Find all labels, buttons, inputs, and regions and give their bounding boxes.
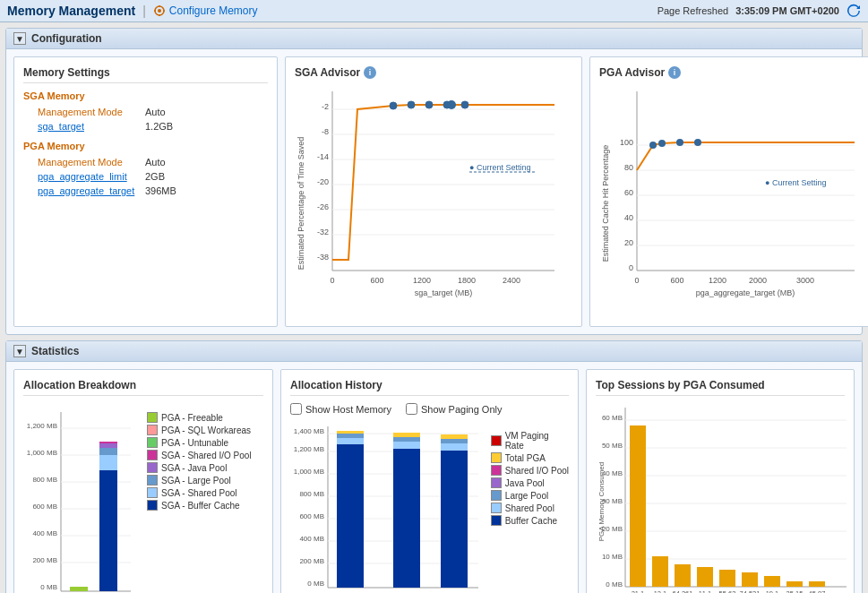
legend-sga-io: SGA - Shared I/O Pool xyxy=(147,450,252,460)
pga-freeable-label: PGA - Freeable xyxy=(161,413,223,423)
header-left: Memory Management | Configure Memory xyxy=(7,4,258,18)
configure-memory-link[interactable]: Configure Memory xyxy=(153,4,258,17)
hist-java-color xyxy=(491,477,502,488)
svg-text:-8: -8 xyxy=(322,127,329,136)
legend-pga-untunable: PGA - Untunable xyxy=(147,437,252,448)
pga-advisor-info-icon[interactable]: i xyxy=(668,66,681,79)
refresh-icon[interactable] xyxy=(847,4,861,18)
svg-text:0: 0 xyxy=(634,276,639,285)
svg-rect-133 xyxy=(630,425,646,587)
svg-text:-2: -2 xyxy=(322,102,329,111)
legend-sga-large: SGA - Large Pool xyxy=(147,475,252,486)
svg-rect-110 xyxy=(441,443,468,451)
svg-text:200 MB: 200 MB xyxy=(32,556,57,564)
legend-hist-sga-io: Shared I/O Pool xyxy=(491,465,569,476)
svg-rect-137 xyxy=(719,570,735,587)
svg-text:55,63: 55,63 xyxy=(719,589,736,593)
svg-text:50 MB: 50 MB xyxy=(602,442,623,450)
show-paging-only-label: Show Paging Only xyxy=(421,404,503,415)
svg-text:-38: -38 xyxy=(317,253,329,262)
pga-advisor-chart: Estimated Cache Hit Percentage 0 20 40 6… xyxy=(599,82,868,317)
svg-point-59 xyxy=(694,139,701,146)
vm-paging-label: VM Paging Rate xyxy=(505,431,569,451)
pga-sql-label: PGA - SQL Workareas xyxy=(161,425,251,435)
statistics-collapse[interactable]: ▼ xyxy=(13,345,26,357)
svg-rect-135 xyxy=(675,564,691,587)
svg-text:19,1: 19,1 xyxy=(766,589,779,593)
sga-management-mode-row: Management Mode Auto xyxy=(23,105,268,119)
svg-text:12,1: 12,1 xyxy=(654,589,667,593)
sga-advisor-chart: Estimated Percentage of Time Saved -2 -8… xyxy=(295,82,572,317)
show-host-memory-checkbox[interactable]: Show Host Memory xyxy=(290,403,391,415)
pga-aggregate-target-row: pga_aggregate_target 396MB xyxy=(23,184,268,198)
svg-text:-26: -26 xyxy=(317,202,329,211)
hist-sga-io-color xyxy=(491,465,502,476)
sga-large-label: SGA - Large Pool xyxy=(161,476,231,486)
refresh-label: Page Refreshed xyxy=(657,5,729,16)
svg-text:600: 600 xyxy=(670,276,683,285)
svg-text:600 MB: 600 MB xyxy=(299,512,324,520)
svg-rect-112 xyxy=(441,434,468,439)
svg-rect-105 xyxy=(393,449,420,588)
svg-text:800 MB: 800 MB xyxy=(299,490,324,498)
svg-text:10 MB: 10 MB xyxy=(602,553,623,561)
sga-shared-color xyxy=(147,487,158,498)
show-paging-only-checkbox[interactable]: Show Paging Only xyxy=(406,403,503,415)
hist-sga-io-label: Shared I/O Pool xyxy=(505,466,569,476)
svg-text:100: 100 xyxy=(620,138,633,147)
hist-shared-label: Shared Pool xyxy=(505,503,554,513)
allocation-history-title: Allocation History xyxy=(290,379,569,396)
svg-text:0 MB: 0 MB xyxy=(606,580,623,589)
svg-rect-108 xyxy=(393,433,420,437)
svg-text:1,400 MB: 1,400 MB xyxy=(294,427,324,435)
pga-aggregate-target-label[interactable]: pga_aggregate_target xyxy=(38,185,145,196)
svg-text:0 MB: 0 MB xyxy=(40,583,57,591)
svg-text:2400: 2400 xyxy=(503,276,520,285)
svg-text:sga_target (MB): sga_target (MB) xyxy=(415,288,473,297)
svg-text:1,000 MB: 1,000 MB xyxy=(294,468,324,476)
svg-rect-79 xyxy=(99,448,117,455)
show-host-memory-label: Show Host Memory xyxy=(305,404,391,415)
pga-untunable-color xyxy=(147,437,158,448)
configuration-section: ▼ Configuration Memory Settings SGA Memo… xyxy=(5,28,863,335)
configuration-collapse[interactable]: ▼ xyxy=(13,32,26,45)
refresh-time: 3:35:09 PM GMT+0200 xyxy=(735,5,839,16)
sga-management-mode-label: Management Mode xyxy=(38,107,145,117)
svg-point-30 xyxy=(425,101,433,108)
header: Memory Management | Configure Memory Pag… xyxy=(0,0,868,22)
sga-advisor-info-icon[interactable]: i xyxy=(364,66,376,79)
legend-sga-shared: SGA - Shared Pool xyxy=(147,487,252,498)
svg-rect-139 xyxy=(764,576,780,587)
sga-target-label[interactable]: sga_target xyxy=(38,121,145,132)
svg-text:1200: 1200 xyxy=(709,276,726,285)
show-paging-only-input[interactable] xyxy=(406,403,417,415)
breakdown-chart-svg: 0 MB 200 MB 400 MB 600 MB 800 MB 1,000 M… xyxy=(23,403,140,593)
svg-text:● Current Setting: ● Current Setting xyxy=(469,163,530,172)
pga-management-mode-label: Management Mode xyxy=(38,157,145,168)
svg-text:74,531: 74,531 xyxy=(740,589,761,593)
top-sessions-svg: 0 MB 10 MB 20 MB 30 MB 40 MB 50 MB 60 MB… xyxy=(596,403,851,593)
config-row: Memory Settings SGA Memory Management Mo… xyxy=(6,49,862,334)
svg-rect-134 xyxy=(652,556,668,587)
svg-rect-102 xyxy=(337,438,364,444)
legend-pga-sql: PGA - SQL Workareas xyxy=(147,425,252,435)
svg-text:60 MB: 60 MB xyxy=(602,414,623,422)
svg-rect-101 xyxy=(337,444,364,588)
svg-point-32 xyxy=(461,101,468,108)
svg-text:60: 60 xyxy=(624,188,633,197)
svg-text:600 MB: 600 MB xyxy=(32,503,57,511)
pga-untunable-label: PGA - Untunable xyxy=(161,438,228,448)
svg-text:200 MB: 200 MB xyxy=(299,557,324,565)
svg-text:0: 0 xyxy=(330,276,334,285)
svg-rect-76 xyxy=(70,587,88,591)
svg-text:400 MB: 400 MB xyxy=(299,535,324,543)
svg-rect-107 xyxy=(393,437,420,442)
show-host-memory-input[interactable] xyxy=(290,403,302,415)
pga-aggregate-limit-label[interactable]: pga_aggregate_limit xyxy=(38,171,145,182)
pga-title: PGA Memory xyxy=(23,141,268,151)
memory-settings-panel: Memory Settings SGA Memory Management Mo… xyxy=(13,56,278,327)
pga-freeable-color xyxy=(147,412,158,423)
sga-java-label: SGA - Java Pool xyxy=(161,463,227,473)
hist-buffer-label: Buffer Cache xyxy=(505,516,557,526)
sga-io-label: SGA - Shared I/O Pool xyxy=(161,451,252,460)
